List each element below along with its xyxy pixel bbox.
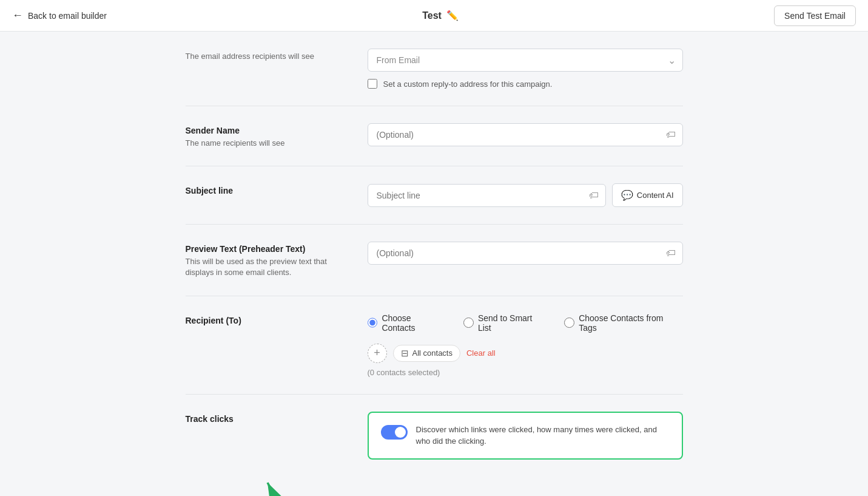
reply-to-checkbox[interactable]: [368, 79, 377, 89]
subject-line-label-col: Subject line: [186, 183, 343, 198]
from-email-input-col: From Email ⌄ Set a custom reply-to addre…: [368, 49, 683, 89]
sender-name-desc: The name recipients will see: [186, 138, 343, 149]
subject-line-title: Subject line: [186, 186, 343, 195]
back-button[interactable]: ← Back to email builder: [12, 9, 107, 22]
from-email-desc: The email address recipients will see: [186, 51, 343, 62]
clear-all-button[interactable]: Clear all: [466, 348, 496, 358]
preview-text-title: Preview Text (Preheader Text): [186, 244, 343, 254]
content-ai-label: Content AI: [637, 191, 674, 200]
preview-text-desc: This will be used as the preview text th…: [186, 256, 343, 278]
subject-line-input-wrapper: 🏷: [368, 184, 606, 207]
reply-to-label: Set a custom reply-to address for this c…: [383, 80, 553, 89]
all-contacts-badge: ⊟ All contacts: [393, 345, 460, 362]
radio-smart-list[interactable]: Send to Smart List: [463, 313, 547, 333]
from-email-label-col: The email address recipients will see: [186, 49, 343, 62]
preview-text-input[interactable]: [368, 242, 683, 265]
radio-from-tags[interactable]: Choose Contacts from Tags: [564, 313, 682, 333]
toggle-slider: [381, 425, 408, 440]
nav-title-group: Test ✏️: [422, 10, 459, 21]
from-email-select[interactable]: From Email: [368, 49, 683, 72]
from-email-row: The email address recipients will see Fr…: [186, 32, 683, 106]
radio-smart-list-label: Send to Smart List: [478, 313, 547, 333]
preview-text-label-col: Preview Text (Preheader Text) This will …: [186, 242, 343, 278]
content-ai-icon: 💬: [621, 189, 633, 201]
annotation-arrow: [186, 471, 683, 496]
recipient-label-col: Recipient (To): [186, 313, 343, 328]
campaign-title: Test: [422, 10, 442, 21]
track-clicks-toggle[interactable]: [381, 425, 408, 440]
sender-name-title: Sender Name: [186, 126, 343, 135]
recipient-row: Recipient (To) Choose Contacts Send to S…: [186, 296, 683, 395]
preview-text-row: Preview Text (Preheader Text) This will …: [186, 225, 683, 296]
radio-smart-list-input[interactable]: [463, 318, 474, 328]
recipient-title: Recipient (To): [186, 316, 343, 325]
radio-choose-contacts[interactable]: Choose Contacts: [368, 313, 447, 333]
subject-line-input[interactable]: [368, 184, 606, 207]
contacts-icon: ⊟: [401, 348, 409, 359]
track-clicks-title: Track clicks: [186, 414, 343, 424]
track-clicks-input-col: Discover which links were clicked, how m…: [368, 412, 683, 460]
back-label: Back to email builder: [28, 11, 107, 21]
radio-from-tags-label: Choose Contacts from Tags: [579, 313, 682, 333]
content-ai-button[interactable]: 💬 Content AI: [612, 183, 683, 207]
radio-choose-contacts-input[interactable]: [368, 318, 378, 328]
edit-icon[interactable]: ✏️: [446, 10, 459, 21]
radio-choose-contacts-label: Choose Contacts: [382, 313, 446, 333]
subject-line-input-group: 🏷 💬 Content AI: [368, 183, 683, 207]
back-arrow-icon: ←: [12, 9, 23, 22]
send-test-email-button[interactable]: Send Test Email: [774, 5, 856, 26]
radio-from-tags-input[interactable]: [564, 318, 574, 328]
contact-selector: + ⊟ All contacts Clear all: [368, 344, 683, 363]
all-contacts-label: All contacts: [412, 348, 453, 358]
from-email-input-wrapper: From Email ⌄: [368, 49, 683, 72]
sender-name-label-col: Sender Name The name recipients will see: [186, 123, 343, 149]
recipient-radio-group: Choose Contacts Send to Smart List Choos…: [368, 313, 683, 333]
track-clicks-label-col: Track clicks: [186, 412, 343, 426]
preview-text-input-wrapper: 🏷: [368, 242, 683, 265]
reply-to-row: Set a custom reply-to address for this c…: [368, 79, 683, 89]
sender-name-input-col: 🏷: [368, 123, 683, 146]
toggle-description: Discover which links were clicked, how m…: [416, 424, 670, 447]
contacts-count: (0 contacts selected): [368, 368, 683, 377]
recipient-input-col: Choose Contacts Send to Smart List Choos…: [368, 313, 683, 377]
subject-line-row: Subject line 🏷 💬 Content AI: [186, 166, 683, 225]
sender-name-input-wrapper: 🏷: [368, 123, 683, 146]
sender-name-row: Sender Name The name recipients will see…: [186, 106, 683, 166]
main-content: The email address recipients will see Fr…: [161, 32, 707, 496]
sender-name-input[interactable]: [368, 123, 683, 146]
green-arrow-svg: [258, 471, 331, 496]
top-nav: ← Back to email builder Test ✏️ Send Tes…: [0, 0, 868, 32]
add-contact-button[interactable]: +: [368, 344, 387, 363]
track-clicks-row: Track clicks Discover which links were c…: [186, 395, 683, 477]
toggle-row: Discover which links were clicked, how m…: [368, 412, 683, 460]
preview-text-input-col: 🏷: [368, 242, 683, 265]
subject-line-input-col: 🏷 💬 Content AI: [368, 183, 683, 207]
